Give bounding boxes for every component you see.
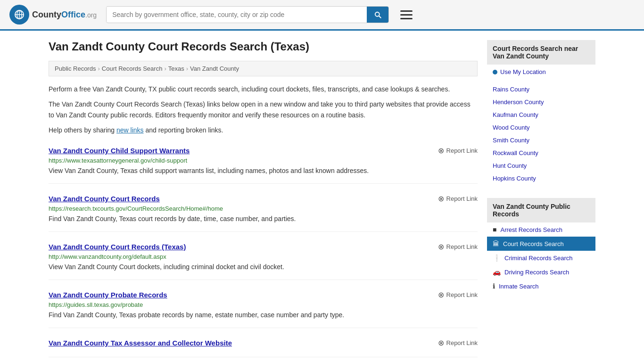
- result-item: Van Zandt County Court Records ⊗ Report …: [49, 194, 478, 232]
- report-link[interactable]: ⊗ Report Link: [438, 338, 478, 347]
- result-desc: Find Van Zandt County, Texas probate rec…: [49, 310, 478, 320]
- results-container: Van Zandt County Child Support Warrants …: [49, 146, 478, 357]
- main-container: Van Zandt County Court Records Search (T…: [39, 31, 605, 362]
- report-label: Report Link: [446, 339, 478, 346]
- result-title-row: Van Zandt County Court Records (Texas) ⊗…: [49, 242, 478, 251]
- public-record-item[interactable]: ■ Arrest Records Search: [487, 222, 595, 237]
- logo[interactable]: CountyOffice.org: [9, 5, 97, 25]
- result-title[interactable]: Van Zandt County Tax Assessor and Collec…: [49, 339, 232, 347]
- report-icon: ⊗: [438, 194, 444, 203]
- logo-icon: [9, 5, 29, 25]
- nearby-county-link[interactable]: Kaufman County: [493, 111, 538, 118]
- pub-rec-icon: 🚗: [493, 268, 501, 276]
- result-url[interactable]: http://www.vanzandtcounty.org/default.as…: [49, 253, 478, 260]
- report-icon: ⊗: [438, 146, 444, 155]
- pub-rec-link[interactable]: Driving Records Search: [504, 269, 569, 276]
- nearby-county-link[interactable]: Rockwall County: [493, 149, 538, 156]
- nearby-county-link[interactable]: Henderson County: [493, 99, 544, 106]
- nearby-county-link[interactable]: Rains County: [493, 86, 529, 93]
- result-title-row: Van Zandt County Court Records ⊗ Report …: [49, 194, 478, 203]
- public-record-item[interactable]: 🏛 Court Records Search: [487, 237, 595, 251]
- breadcrumb-public-records[interactable]: Public Records: [55, 65, 96, 72]
- result-title[interactable]: Van Zandt County Court Records (Texas): [49, 243, 186, 251]
- result-item: Van Zandt County Court Records (Texas) ⊗…: [49, 242, 478, 280]
- report-link[interactable]: ⊗ Report Link: [438, 242, 478, 251]
- report-icon: ⊗: [438, 242, 444, 251]
- result-title-row: Van Zandt County Tax Assessor and Collec…: [49, 338, 478, 347]
- nearby-county-link[interactable]: Smith County: [493, 137, 529, 144]
- public-records-title: Van Zandt County Public Records: [487, 198, 595, 222]
- desc-para2: The Van Zandt County Court Records Searc…: [49, 99, 478, 120]
- location-icon: [493, 70, 497, 74]
- result-url[interactable]: https://www.texasattorneygeneral.gov/chi…: [49, 157, 478, 164]
- report-label: Report Link: [446, 243, 478, 250]
- nearby-title: Court Records Search near Van Zandt Coun…: [487, 40, 595, 65]
- breadcrumb-court-records[interactable]: Court Records Search: [102, 65, 163, 72]
- nearby-county-item[interactable]: Hunt County: [487, 159, 595, 172]
- result-title-row: Van Zandt County Child Support Warrants …: [49, 146, 478, 155]
- pub-rec-link[interactable]: Inmate Search: [499, 283, 539, 290]
- nearby-county-item[interactable]: Wood County: [487, 121, 595, 134]
- nearby-county-link[interactable]: Hopkins County: [493, 175, 536, 182]
- new-links-link[interactable]: new links: [116, 126, 144, 134]
- nearby-county-item[interactable]: Henderson County: [487, 96, 595, 108]
- pub-rec-icon: ❕: [493, 254, 501, 262]
- breadcrumb-texas[interactable]: Texas: [168, 65, 184, 72]
- report-link[interactable]: ⊗ Report Link: [438, 290, 478, 299]
- result-title[interactable]: Van Zandt County Court Records: [49, 195, 160, 203]
- desc-para1: Perform a free Van Zandt County, TX publ…: [49, 84, 478, 94]
- report-link[interactable]: ⊗ Report Link: [438, 194, 478, 203]
- result-desc: Find Van Zandt County, Texas court recor…: [49, 214, 478, 224]
- nearby-county-item[interactable]: Hopkins County: [487, 172, 595, 185]
- report-link[interactable]: ⊗ Report Link: [438, 146, 478, 155]
- report-label: Report Link: [446, 291, 478, 298]
- nearby-counties-list: Rains CountyHenderson CountyKaufman Coun…: [487, 79, 595, 189]
- site-header: CountyOffice.org: [0, 0, 644, 31]
- result-item: Van Zandt County Probate Records ⊗ Repor…: [49, 290, 478, 328]
- menu-button[interactable]: [398, 8, 414, 21]
- pub-rec-icon: ■: [493, 226, 496, 233]
- nearby-county-item[interactable]: Kaufman County: [487, 108, 595, 121]
- report-label: Report Link: [446, 147, 478, 154]
- breadcrumb: Public Records › Court Records Search › …: [49, 61, 478, 76]
- result-title[interactable]: Van Zandt County Probate Records: [49, 291, 167, 299]
- use-location-link[interactable]: Use My Location: [500, 68, 546, 75]
- pub-rec-link[interactable]: Criminal Records Search: [504, 255, 573, 262]
- nearby-county-item[interactable]: Smith County: [487, 134, 595, 147]
- content-area: Van Zandt County Court Records Search (T…: [49, 40, 478, 357]
- page-title: Van Zandt County Court Records Search (T…: [49, 40, 478, 53]
- public-record-item[interactable]: 🚗 Driving Records Search: [487, 265, 595, 279]
- nearby-county-link[interactable]: Wood County: [493, 124, 530, 131]
- nearby-section: Court Records Search near Van Zandt Coun…: [487, 40, 595, 189]
- search-bar: [106, 6, 389, 23]
- result-item: Van Zandt County Tax Assessor and Collec…: [49, 338, 478, 357]
- result-desc: View Van Zandt County, Texas child suppo…: [49, 166, 478, 176]
- search-button[interactable]: [367, 7, 388, 23]
- public-records-section: Van Zandt County Public Records ■ Arrest…: [487, 198, 595, 293]
- public-records-list: ■ Arrest Records Search 🏛 Court Records …: [487, 222, 595, 293]
- search-input[interactable]: [107, 7, 367, 22]
- pub-rec-link[interactable]: Arrest Records Search: [500, 226, 562, 233]
- result-url[interactable]: https://guides.sll.texas.gov/probate: [49, 301, 478, 308]
- result-desc: View Van Zandt County Court dockets, inc…: [49, 262, 478, 272]
- desc-para3: Help others by sharing new links and rep…: [49, 125, 478, 135]
- report-label: Report Link: [446, 195, 478, 202]
- pub-rec-icon: ℹ: [493, 282, 495, 290]
- pub-rec-icon: 🏛: [493, 240, 499, 247]
- public-record-item[interactable]: ℹ Inmate Search: [487, 279, 595, 293]
- public-record-item[interactable]: ❕ Criminal Records Search: [487, 251, 595, 265]
- pub-rec-link[interactable]: Court Records Search: [503, 240, 564, 247]
- result-item: Van Zandt County Child Support Warrants …: [49, 146, 478, 184]
- nearby-county-link[interactable]: Hunt County: [493, 162, 527, 169]
- breadcrumb-current: Van Zandt County: [190, 65, 239, 72]
- result-title-row: Van Zandt County Probate Records ⊗ Repor…: [49, 290, 478, 299]
- nearby-county-item[interactable]: Rockwall County: [487, 147, 595, 159]
- use-location[interactable]: Use My Location: [487, 65, 595, 79]
- result-url[interactable]: https://research.txcourts.gov/CourtRecor…: [49, 205, 478, 212]
- report-icon: ⊗: [438, 290, 444, 299]
- nearby-county-item[interactable]: Rains County: [487, 83, 595, 96]
- sidebar: Court Records Search near Van Zandt Coun…: [487, 40, 595, 357]
- report-icon: ⊗: [438, 338, 444, 347]
- result-title[interactable]: Van Zandt County Child Support Warrants: [49, 147, 190, 155]
